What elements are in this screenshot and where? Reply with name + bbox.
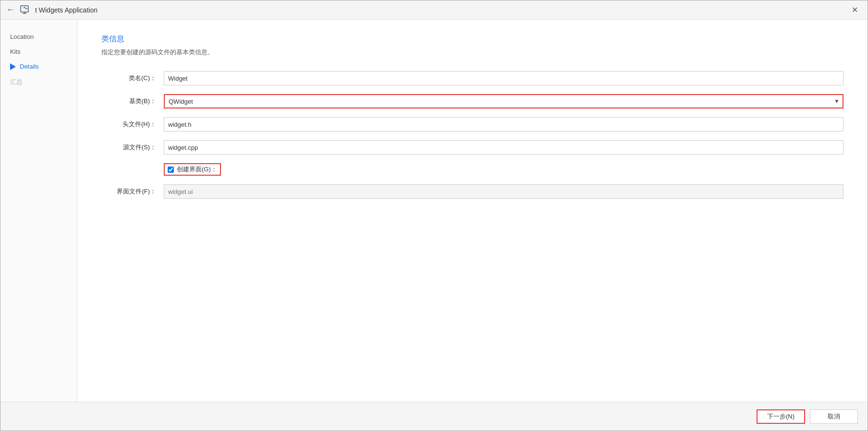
base-class-label: 基类(B)： xyxy=(101,97,164,106)
header-file-label: 头文件(H)： xyxy=(101,120,164,129)
sidebar-item-location[interactable]: Location xyxy=(0,29,77,44)
sidebar-item-summary: 汇总 xyxy=(0,74,77,90)
content-area: 类信息 指定您要创建的源码文件的基本类信息。 类名(C)： 基类(B)： QWi… xyxy=(77,20,868,402)
base-class-row: 基类(B)： QWidget QDialog QMainWindow QObje… xyxy=(101,94,844,108)
base-class-select-wrapper: QWidget QDialog QMainWindow QObject ▼ xyxy=(164,94,844,108)
source-file-label: 源文件(S)： xyxy=(101,143,164,152)
back-button[interactable]: ← xyxy=(6,5,15,15)
main-window: ← t Widgets Application ✕ Location Kits … xyxy=(0,0,868,431)
title-bar: ← t Widgets Application ✕ xyxy=(0,0,868,20)
source-file-row: 源文件(S)： xyxy=(101,140,844,155)
sidebar-item-kits-label: Kits xyxy=(10,48,21,55)
next-button[interactable]: 下一步(N) xyxy=(757,409,805,424)
classname-row: 类名(C)： xyxy=(101,71,844,85)
details-arrow-icon xyxy=(10,63,16,70)
create-ui-checkbox[interactable] xyxy=(168,167,174,173)
classname-label: 类名(C)： xyxy=(101,74,164,83)
sidebar-item-details-label: Details xyxy=(20,63,39,70)
sidebar-item-location-label: Location xyxy=(10,33,34,40)
section-desc: 指定您要创建的源码文件的基本类信息。 xyxy=(101,48,844,57)
footer: 下一步(N) 取消 xyxy=(0,402,868,431)
sidebar-item-details[interactable]: Details xyxy=(0,59,77,74)
app-icon xyxy=(20,4,31,16)
source-file-input[interactable] xyxy=(164,140,844,155)
base-class-select[interactable]: QWidget QDialog QMainWindow QObject xyxy=(164,94,844,108)
create-ui-label-text: 创建界面(G)： xyxy=(177,165,217,174)
cancel-button[interactable]: 取消 xyxy=(810,409,858,424)
close-button[interactable]: ✕ xyxy=(848,3,862,16)
classname-input[interactable] xyxy=(164,71,844,85)
header-file-input[interactable] xyxy=(164,117,844,132)
sidebar: Location Kits Details 汇总 xyxy=(0,20,77,402)
main-content: Location Kits Details 汇总 类信息 指定您要创建的源码文件… xyxy=(0,20,868,402)
sidebar-item-summary-label: 汇总 xyxy=(10,78,23,86)
ui-file-input[interactable] xyxy=(164,184,844,199)
sidebar-item-kits[interactable]: Kits xyxy=(0,44,77,59)
create-ui-checkbox-label[interactable]: 创建界面(G)： xyxy=(164,163,221,176)
section-title: 类信息 xyxy=(101,34,844,44)
window-title: t Widgets Application xyxy=(35,6,848,14)
ui-file-row: 界面文件(F)： xyxy=(101,184,844,199)
create-ui-row: 创建界面(G)： xyxy=(101,163,844,176)
ui-file-label: 界面文件(F)： xyxy=(101,187,164,196)
header-file-row: 头文件(H)： xyxy=(101,117,844,132)
